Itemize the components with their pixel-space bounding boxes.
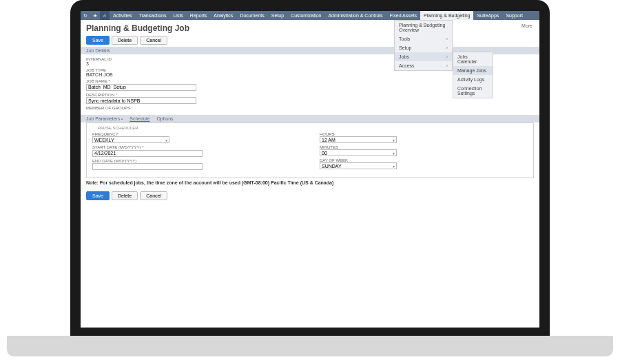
nav-planning-budgeting[interactable]: Planning & Budgeting — [420, 11, 473, 20]
field-end-date: END DATE (M/D/YYYY) — [92, 159, 320, 171]
laptop-frame: ↻ ★ ⌂ Activities Transactions Lists Repo… — [0, 0, 620, 364]
minutes-value: 00 — [322, 151, 327, 156]
chevron-right-icon: › — [446, 45, 448, 50]
dow-select[interactable]: SUNDAY▾ — [320, 162, 397, 169]
submenu-jobs-calendar[interactable]: Jobs Calendar — [453, 52, 493, 66]
more-link[interactable]: More — [521, 23, 533, 28]
tab-schedule[interactable]: Schedule — [130, 116, 149, 121]
submenu-manage-jobs[interactable]: Manage Jobs — [453, 66, 493, 75]
field-minutes: MINUTES 00▾ — [320, 145, 528, 156]
submenu-tools-label: Tools — [399, 36, 410, 41]
field-frequency: FREQUENCY WEEKLY▾ — [92, 132, 320, 143]
cancel-button-footer[interactable]: Cancel — [140, 191, 167, 200]
job-name-input[interactable] — [86, 84, 196, 91]
nav-transactions[interactable]: Transactions — [136, 11, 170, 20]
chevron-down-icon: ▾ — [393, 138, 395, 142]
planning-budgeting-submenu: Planning & Budgeting Overview Tools› Set… — [394, 20, 453, 71]
end-date-input[interactable] — [92, 163, 203, 170]
header-button-row: Save Delete Cancel — [86, 36, 534, 45]
start-date-input[interactable] — [92, 150, 203, 157]
submenu-access-label: Access — [399, 63, 415, 68]
submenu-overview[interactable]: Planning & Budgeting Overview — [395, 21, 452, 34]
submenu-jobs[interactable]: Jobs› — [395, 52, 452, 61]
submenu-activity-logs[interactable]: Activity Logs — [453, 75, 493, 84]
field-start-date: START DATE (M/D/YYYY) * — [92, 145, 320, 157]
delete-button-footer[interactable]: Delete — [112, 191, 138, 200]
save-button[interactable]: Save — [86, 36, 110, 45]
field-day-of-week: DAY OF WEEK SUNDAY▾ — [320, 158, 528, 169]
submenu-jobs-label: Jobs — [399, 54, 409, 59]
page-header: Planning & Budgeting Job Save Delete Can… — [81, 20, 539, 47]
chevron-right-icon: › — [446, 54, 448, 59]
hours-value: 12 AM — [322, 138, 335, 142]
hours-select[interactable]: 12 AM▾ — [320, 136, 397, 143]
frequency-select[interactable]: WEEKLY▾ — [92, 136, 169, 143]
nav-suiteapps[interactable]: SuiteApps — [473, 11, 502, 20]
save-button-footer[interactable]: Save — [86, 191, 110, 200]
star-icon[interactable]: ★ — [90, 11, 100, 20]
submenu-overview-label: Planning & Budgeting Overview — [399, 23, 448, 32]
page-title: Planning & Budgeting Job — [86, 23, 534, 33]
nav-fixed-assets[interactable]: Fixed Assets — [386, 11, 420, 20]
cancel-button[interactable]: Cancel — [140, 36, 167, 45]
laptop-bezel: ↻ ★ ⌂ Activities Transactions Lists Repo… — [70, 0, 550, 336]
delete-button[interactable]: Delete — [112, 36, 138, 45]
screen-content: ↻ ★ ⌂ Activities Transactions Lists Repo… — [81, 11, 539, 328]
footer-button-row: Save Delete Cancel — [81, 187, 539, 204]
submenu-setup-label: Setup — [399, 45, 411, 50]
chevron-right-icon: › — [446, 36, 448, 41]
tab-job-parameters[interactable]: Job Parameters • — [86, 116, 123, 121]
top-navigation: ↻ ★ ⌂ Activities Transactions Lists Repo… — [81, 11, 539, 20]
nav-lists[interactable]: Lists — [169, 11, 186, 20]
dow-value: SUNDAY — [322, 164, 342, 169]
minutes-select[interactable]: 00▾ — [320, 149, 397, 156]
submenu-tools[interactable]: Tools› — [395, 34, 452, 43]
nav-reports[interactable]: Reports — [187, 11, 211, 20]
home-icon[interactable]: ⌂ — [100, 11, 110, 20]
jobs-submenu: Jobs Calendar Manage Jobs Activity Logs … — [453, 52, 493, 98]
submenu-setup[interactable]: Setup› — [395, 43, 452, 52]
nav-analytics[interactable]: Analytics — [210, 11, 236, 20]
end-date-label: END DATE (M/D/YYYY) — [92, 159, 320, 163]
nav-customization[interactable]: Customization — [287, 11, 324, 20]
description-input[interactable] — [86, 97, 196, 104]
start-date-label: START DATE (M/D/YYYY) * — [92, 145, 320, 149]
history-icon[interactable]: ↻ — [81, 11, 90, 20]
chevron-down-icon: ▾ — [393, 151, 395, 156]
nav-support[interactable]: Support — [502, 11, 526, 20]
nav-setup[interactable]: Setup — [268, 11, 287, 20]
nav-activities[interactable]: Activities — [110, 11, 136, 20]
schedule-panel: PAUSE SCHEDULER FREQUENCY WEEKLY▾ START … — [86, 122, 534, 178]
pause-scheduler-label: PAUSE SCHEDULER — [98, 126, 528, 130]
tab-options[interactable]: Options — [156, 116, 173, 121]
chevron-down-icon: ▾ — [393, 164, 395, 169]
submenu-access[interactable]: Access› — [395, 61, 452, 70]
frequency-value: WEEKLY — [94, 138, 114, 142]
chevron-down-icon: ▾ — [165, 138, 167, 142]
timezone-note: Note: For scheduled jobs, the time zone … — [81, 178, 539, 187]
field-member-of-groups: MEMBER OF GROUPS — [86, 106, 534, 110]
lower-tab-bar: Job Parameters • Schedule Options — [81, 115, 539, 122]
chevron-right-icon: › — [446, 63, 448, 68]
nav-documents[interactable]: Documents — [236, 11, 267, 20]
field-hours: HOURS 12 AM▾ — [320, 132, 528, 143]
nav-admin-controls[interactable]: Administration & Controls — [324, 11, 386, 20]
submenu-connection-settings[interactable]: Connection Settings — [453, 84, 493, 98]
member-of-groups-label: MEMBER OF GROUPS — [86, 106, 534, 110]
laptop-base — [7, 336, 613, 356]
